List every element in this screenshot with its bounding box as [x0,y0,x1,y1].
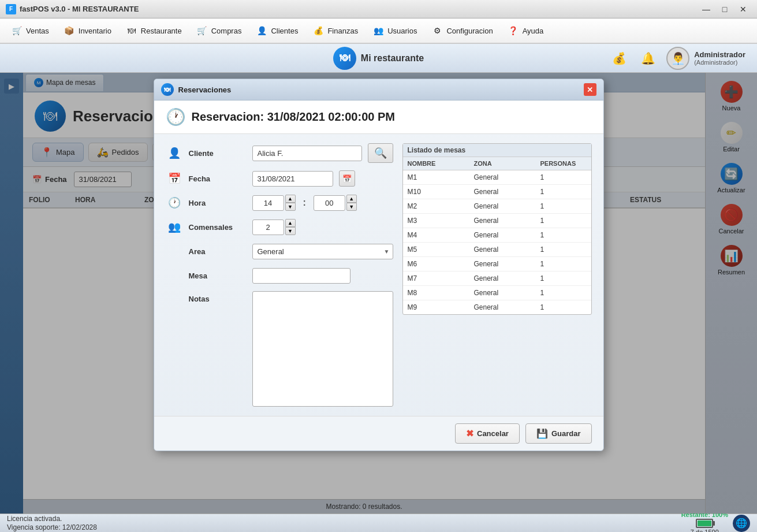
menu-finanzas[interactable]: 💰 Finanzas [306,22,364,39]
comensales-up-button[interactable]: ▲ [285,219,296,227]
titlebar-left: F fastPOS v3.0 - MI RESTAURANTE [6,4,139,14]
area-select[interactable]: General Terraza VIP [252,244,393,259]
modal-footer: ✖ Cancelar 💾 Guardar [154,416,603,451]
comensales-down-button[interactable]: ▼ [285,227,296,235]
ventas-icon: 🛒 [10,24,23,37]
modal-save-label: Guardar [551,429,581,438]
col-nombre: NOMBRE [408,160,474,167]
hora-h-down-button[interactable]: ▼ [285,203,296,211]
hora-label: Hora [189,199,247,207]
hora-h-spinners: ▲ ▼ [285,195,296,211]
hora-m-down-button[interactable]: ▼ [346,203,357,211]
area-label: Area [189,247,247,256]
app-logo-icon: F [6,4,16,14]
cliente-input[interactable] [252,146,362,161]
mesas-list: Listado de mesas NOMBRE ZONA PERSONAS M1… [402,143,592,315]
modal-heading-text: Reservacion: 31/08/2021 02:00:00 PM [192,110,395,124]
menu-compras-label: Compras [211,27,242,35]
status-bar: Licencia activada. Vigencia soporte: 12/… [0,514,757,532]
vigencia-text: Vigencia soporte: 12/02/2028 [7,523,97,531]
comensales-spinners: ▲ ▼ [285,219,296,235]
admin-avatar: 👨‍💼 [666,47,689,70]
list-item[interactable]: M5General1 [403,243,591,257]
clock-icon: 🕐 [166,107,186,127]
list-item[interactable]: M2General1 [403,199,591,214]
battery-icon [696,519,713,528]
hora-h-up-button[interactable]: ▲ [285,195,296,203]
fecha-input[interactable] [252,171,333,187]
notification-bell-button[interactable]: 🔔 [637,48,658,69]
titlebar-controls: — □ ✕ [698,3,751,16]
fecha-calendar-button[interactable]: 📅 [339,170,355,187]
list-item[interactable]: M7General1 [403,271,591,286]
connection-icon: 🌐 [733,515,750,532]
finanzas-icon: 💰 [312,24,325,37]
modal-cancel-button[interactable]: ✖ Cancelar [455,423,520,444]
search-cliente-button[interactable]: 🔍 [368,143,393,163]
hora-m-up-button[interactable]: ▲ [346,195,357,203]
save-disk-icon: 💾 [536,428,548,439]
list-item[interactable]: M1General1 [403,170,591,185]
hora-m-group: ▲ ▼ [314,195,357,211]
hora-m-input[interactable] [314,195,345,211]
notas-row: Notas [166,291,393,407]
modal-logo-icon: 🍽 [161,83,174,96]
admin-info: Administrador (Administrador) [694,50,745,66]
cliente-label: Cliente [189,149,247,158]
close-button[interactable]: ✕ [735,3,751,16]
maximize-button[interactable]: □ [717,3,733,16]
mesa-row: Mesa [166,267,393,284]
list-item[interactable]: M9General1 [403,300,591,314]
modal-titlebar-left: 🍽 Reservaciones [161,83,232,96]
menu-configuracion[interactable]: ⚙ Configuracion [425,22,498,39]
status-right: Restante: 100% 7 de 1500 🌐 [681,511,750,533]
list-item[interactable]: M4General1 [403,228,591,243]
menu-inventario[interactable]: 📦 Inventario [57,22,117,39]
menu-finanzas-label: Finanzas [327,27,358,35]
restaurante-icon: 🍽 [125,24,138,37]
modal-cancel-label: Cancelar [477,429,509,438]
restaurant-branding: 🍽 Mi restaurante [333,47,424,70]
headerbar: 🍽 Mi restaurante 💰 🔔 👨‍💼 Administrador (… [0,44,757,73]
minimize-button[interactable]: — [698,3,714,16]
mesa-label: Mesa [189,271,247,280]
inventario-icon: 📦 [63,24,76,37]
list-item[interactable]: M10General1 [403,185,591,199]
comensales-input[interactable] [252,220,284,235]
cancel-x-icon: ✖ [466,428,473,439]
menu-compras[interactable]: 🛒 Compras [190,22,248,39]
battery-fill [698,520,711,526]
menu-ventas[interactable]: 🛒 Ventas [5,22,55,39]
menu-clientes[interactable]: 👤 Clientes [249,22,304,39]
modal-save-button[interactable]: 💾 Guardar [525,423,592,444]
notas-textarea[interactable] [252,291,393,407]
mesa-input[interactable] [252,268,350,284]
menu-usuarios[interactable]: 👥 Usuarios [366,22,423,39]
hora-h-group: ▲ ▼ [252,195,296,211]
modal-title: Reservaciones [178,85,232,94]
notas-label: Notas [189,295,247,303]
hora-h-input[interactable] [252,195,284,211]
usuarios-icon: 👥 [372,24,385,37]
list-item[interactable]: M6General1 [403,257,591,271]
hora-row: 🕐 Hora ▲ ▼ : [166,194,393,211]
admin-profile-button[interactable]: 👨‍💼 Administrador (Administrador) [666,47,745,70]
area-row: Area General Terraza VIP ▼ [166,243,393,260]
status-left: Licencia activada. Vigencia soporte: 12/… [7,515,97,531]
money-bag-button[interactable]: 💰 [609,48,629,69]
restaurant-logo: 🍽 [333,47,356,70]
menu-ayuda[interactable]: ❓ Ayuda [501,22,550,39]
compras-icon: 🛒 [196,24,208,37]
menu-usuarios-label: Usuarios [387,27,417,35]
hora-m-spinners: ▲ ▼ [346,195,357,211]
clientes-icon: 👤 [255,24,268,37]
menu-ventas-label: Ventas [26,27,49,35]
list-item[interactable]: M8General1 [403,286,591,300]
app-title: fastPOS v3.0 - MI RESTAURANTE [20,5,139,13]
modal-close-button[interactable]: ✕ [584,83,596,96]
modal-body: 👤 Cliente 🔍 📅 Fecha 📅 🕐 [154,134,603,416]
cliente-icon: 👤 [166,144,183,162]
comensales-label: Comensales [189,223,247,232]
list-item[interactable]: M3General1 [403,214,591,228]
menu-restaurante[interactable]: 🍽 Restaurante [120,22,188,39]
